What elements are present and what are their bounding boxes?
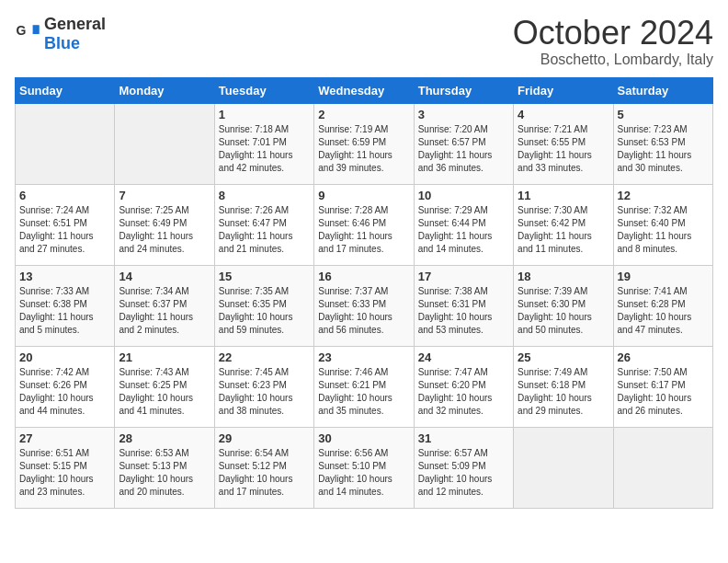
day-number: 16 <box>318 270 409 283</box>
day-info: Sunrise: 7:49 AMSunset: 6:18 PMDaylight:… <box>518 366 609 418</box>
calendar-cell: 15Sunrise: 7:35 AMSunset: 6:35 PMDayligh… <box>214 265 313 346</box>
calendar-cell: 12Sunrise: 7:32 AMSunset: 6:40 PMDayligh… <box>613 184 712 265</box>
calendar-cell: 8Sunrise: 7:26 AMSunset: 6:47 PMDaylight… <box>214 184 313 265</box>
calendar-week-row: 6Sunrise: 7:24 AMSunset: 6:51 PMDaylight… <box>16 184 713 265</box>
day-info: Sunrise: 7:29 AMSunset: 6:44 PMDaylight:… <box>418 204 509 256</box>
day-info: Sunrise: 7:30 AMSunset: 6:42 PMDaylight:… <box>518 204 609 256</box>
calendar-week-row: 27Sunrise: 6:51 AMSunset: 5:15 PMDayligh… <box>16 427 713 508</box>
day-info: Sunrise: 7:39 AMSunset: 6:30 PMDaylight:… <box>518 285 609 337</box>
day-number: 12 <box>618 189 709 202</box>
calendar-cell <box>514 427 613 508</box>
svg-text:G: G <box>16 23 26 38</box>
day-number: 25 <box>518 350 609 364</box>
calendar-cell: 11Sunrise: 7:30 AMSunset: 6:42 PMDayligh… <box>514 184 613 265</box>
calendar-cell: 28Sunrise: 6:53 AMSunset: 5:13 PMDayligh… <box>115 427 214 508</box>
calendar-cell: 6Sunrise: 7:24 AMSunset: 6:51 PMDaylight… <box>16 184 115 265</box>
day-number: 1 <box>219 108 310 121</box>
day-number: 2 <box>318 108 409 121</box>
day-number: 8 <box>219 189 310 202</box>
calendar-cell: 29Sunrise: 6:54 AMSunset: 5:12 PMDayligh… <box>214 427 313 508</box>
day-number: 18 <box>518 270 609 283</box>
calendar-cell <box>16 103 115 184</box>
day-number: 27 <box>19 431 110 445</box>
day-info: Sunrise: 6:54 AMSunset: 5:12 PMDaylight:… <box>219 447 310 499</box>
logo-general: General <box>44 15 106 33</box>
day-number: 15 <box>219 270 310 283</box>
logo-blue: Blue <box>44 34 80 52</box>
day-info: Sunrise: 7:20 AMSunset: 6:57 PMDaylight:… <box>418 123 509 175</box>
day-info: Sunrise: 7:47 AMSunset: 6:20 PMDaylight:… <box>418 366 509 418</box>
calendar-cell: 25Sunrise: 7:49 AMSunset: 6:18 PMDayligh… <box>514 346 613 427</box>
day-number: 24 <box>418 350 509 364</box>
calendar-cell <box>115 103 214 184</box>
day-info: Sunrise: 7:35 AMSunset: 6:35 PMDaylight:… <box>219 285 310 337</box>
calendar-cell: 5Sunrise: 7:23 AMSunset: 6:53 PMDaylight… <box>613 103 712 184</box>
day-info: Sunrise: 7:32 AMSunset: 6:40 PMDaylight:… <box>618 204 709 256</box>
weekday-header: Tuesday <box>214 77 313 103</box>
day-info: Sunrise: 7:50 AMSunset: 6:17 PMDaylight:… <box>618 366 709 418</box>
weekday-header: Sunday <box>16 77 115 103</box>
day-info: Sunrise: 7:45 AMSunset: 6:23 PMDaylight:… <box>219 366 310 418</box>
day-info: Sunrise: 7:46 AMSunset: 6:21 PMDaylight:… <box>318 366 409 418</box>
day-info: Sunrise: 7:26 AMSunset: 6:47 PMDaylight:… <box>219 204 310 256</box>
day-info: Sunrise: 7:25 AMSunset: 6:49 PMDaylight:… <box>119 204 210 256</box>
day-number: 5 <box>618 108 709 121</box>
day-number: 9 <box>318 189 409 202</box>
day-number: 4 <box>518 108 609 121</box>
weekday-header-row: SundayMondayTuesdayWednesdayThursdayFrid… <box>16 77 713 103</box>
day-info: Sunrise: 7:37 AMSunset: 6:33 PMDaylight:… <box>318 285 409 337</box>
calendar-cell: 24Sunrise: 7:47 AMSunset: 6:20 PMDayligh… <box>414 346 513 427</box>
weekday-header: Saturday <box>613 77 712 103</box>
calendar-cell: 13Sunrise: 7:33 AMSunset: 6:38 PMDayligh… <box>16 265 115 346</box>
weekday-header: Friday <box>514 77 613 103</box>
calendar-cell <box>613 427 712 508</box>
day-info: Sunrise: 6:57 AMSunset: 5:09 PMDaylight:… <box>418 447 509 499</box>
calendar-cell: 21Sunrise: 7:43 AMSunset: 6:25 PMDayligh… <box>115 346 214 427</box>
calendar-cell: 2Sunrise: 7:19 AMSunset: 6:59 PMDaylight… <box>314 103 414 184</box>
month-title: October 2024 <box>513 15 713 52</box>
day-number: 19 <box>618 270 709 283</box>
calendar-cell: 16Sunrise: 7:37 AMSunset: 6:33 PMDayligh… <box>314 265 414 346</box>
calendar-cell: 19Sunrise: 7:41 AMSunset: 6:28 PMDayligh… <box>613 265 712 346</box>
day-info: Sunrise: 6:51 AMSunset: 5:15 PMDaylight:… <box>19 447 110 499</box>
day-number: 14 <box>119 270 210 283</box>
day-info: Sunrise: 7:28 AMSunset: 6:46 PMDaylight:… <box>318 204 409 256</box>
location-title: Boschetto, Lombardy, Italy <box>513 52 713 68</box>
title-block: October 2024 Boschetto, Lombardy, Italy <box>513 15 713 68</box>
day-number: 29 <box>219 431 310 445</box>
day-number: 13 <box>19 270 110 283</box>
logo-icon: G <box>15 21 40 47</box>
day-info: Sunrise: 6:56 AMSunset: 5:10 PMDaylight:… <box>318 447 409 499</box>
calendar-cell: 23Sunrise: 7:46 AMSunset: 6:21 PMDayligh… <box>314 346 414 427</box>
day-number: 17 <box>418 270 509 283</box>
day-info: Sunrise: 7:24 AMSunset: 6:51 PMDaylight:… <box>19 204 110 256</box>
day-info: Sunrise: 7:19 AMSunset: 6:59 PMDaylight:… <box>318 123 409 175</box>
calendar-week-row: 1Sunrise: 7:18 AMSunset: 7:01 PMDaylight… <box>16 103 713 184</box>
calendar-cell: 20Sunrise: 7:42 AMSunset: 6:26 PMDayligh… <box>16 346 115 427</box>
weekday-header: Monday <box>115 77 214 103</box>
calendar-cell: 22Sunrise: 7:45 AMSunset: 6:23 PMDayligh… <box>214 346 313 427</box>
calendar-cell: 1Sunrise: 7:18 AMSunset: 7:01 PMDaylight… <box>214 103 313 184</box>
day-info: Sunrise: 7:23 AMSunset: 6:53 PMDaylight:… <box>618 123 709 175</box>
day-info: Sunrise: 7:42 AMSunset: 6:26 PMDaylight:… <box>19 366 110 418</box>
logo: G General Blue <box>15 15 106 53</box>
day-number: 26 <box>618 350 709 364</box>
day-number: 7 <box>119 189 210 202</box>
calendar-cell: 10Sunrise: 7:29 AMSunset: 6:44 PMDayligh… <box>414 184 513 265</box>
day-number: 30 <box>318 431 409 445</box>
day-info: Sunrise: 7:33 AMSunset: 6:38 PMDaylight:… <box>19 285 110 337</box>
page-header: G General Blue October 2024 Boschetto, L… <box>15 15 713 68</box>
weekday-header: Wednesday <box>314 77 414 103</box>
day-number: 31 <box>418 431 509 445</box>
day-number: 21 <box>119 350 210 364</box>
day-info: Sunrise: 7:34 AMSunset: 6:37 PMDaylight:… <box>119 285 210 337</box>
day-info: Sunrise: 6:53 AMSunset: 5:13 PMDaylight:… <box>119 447 210 499</box>
day-info: Sunrise: 7:43 AMSunset: 6:25 PMDaylight:… <box>119 366 210 418</box>
day-info: Sunrise: 7:18 AMSunset: 7:01 PMDaylight:… <box>219 123 310 175</box>
day-number: 23 <box>318 350 409 364</box>
calendar-cell: 27Sunrise: 6:51 AMSunset: 5:15 PMDayligh… <box>16 427 115 508</box>
day-number: 3 <box>418 108 509 121</box>
day-number: 28 <box>119 431 210 445</box>
calendar-week-row: 13Sunrise: 7:33 AMSunset: 6:38 PMDayligh… <box>16 265 713 346</box>
day-number: 6 <box>19 189 110 202</box>
